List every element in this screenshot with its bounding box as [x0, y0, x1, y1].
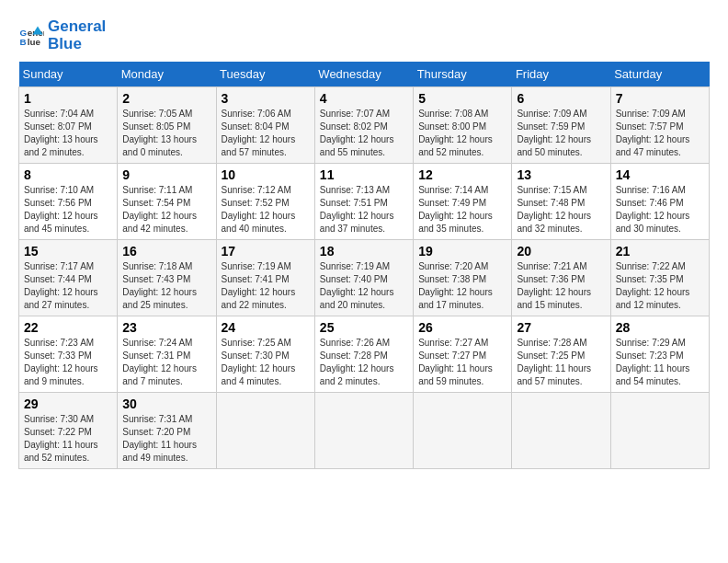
- calendar-day-29: 29 Sunrise: 7:30 AMSunset: 7:22 PMDaylig…: [19, 393, 118, 469]
- col-header-thursday: Thursday: [414, 62, 512, 87]
- calendar-day-10: 10 Sunrise: 7:12 AMSunset: 7:52 PMDaylig…: [216, 164, 314, 240]
- day-number: 14: [616, 167, 704, 182]
- day-number: 5: [418, 91, 506, 106]
- day-number: 7: [616, 91, 704, 106]
- logo-general: General: [48, 17, 106, 35]
- calendar-day-13: 13 Sunrise: 7:15 AMSunset: 7:48 PMDaylig…: [512, 164, 610, 240]
- calendar-day-17: 17 Sunrise: 7:19 AMSunset: 7:41 PMDaylig…: [216, 240, 314, 316]
- day-info: Sunrise: 7:09 AMSunset: 7:59 PMDaylight:…: [517, 109, 591, 157]
- calendar-day-19: 19 Sunrise: 7:20 AMSunset: 7:38 PMDaylig…: [414, 240, 512, 316]
- day-info: Sunrise: 7:27 AMSunset: 7:27 PMDaylight:…: [418, 338, 493, 386]
- day-info: Sunrise: 7:16 AMSunset: 7:46 PMDaylight:…: [616, 185, 690, 234]
- calendar-day-14: 14 Sunrise: 7:16 AMSunset: 7:46 PMDaylig…: [610, 164, 709, 240]
- day-number: 21: [616, 244, 704, 259]
- svg-text:B: B: [19, 36, 26, 46]
- day-info: Sunrise: 7:20 AMSunset: 7:38 PMDaylight:…: [418, 261, 493, 310]
- calendar-day-27: 27 Sunrise: 7:28 AMSunset: 7:25 PMDaylig…: [512, 316, 610, 393]
- col-header-friday: Friday: [512, 62, 610, 87]
- logo-icon: G eneral B lue: [18, 23, 44, 49]
- day-info: Sunrise: 7:19 AMSunset: 7:41 PMDaylight:…: [222, 261, 296, 310]
- calendar-day-3: 3 Sunrise: 7:06 AMSunset: 8:04 PMDayligh…: [216, 87, 314, 164]
- day-number: 10: [222, 167, 310, 182]
- day-info: Sunrise: 7:31 AMSunset: 7:20 PMDaylight:…: [122, 414, 197, 463]
- day-number: 15: [24, 244, 112, 259]
- day-info: Sunrise: 7:25 AMSunset: 7:30 PMDaylight:…: [222, 338, 296, 386]
- calendar-day-28: 28 Sunrise: 7:29 AMSunset: 7:23 PMDaylig…: [610, 316, 709, 393]
- day-info: Sunrise: 7:21 AMSunset: 7:36 PMDaylight:…: [517, 261, 591, 310]
- day-number: 13: [517, 167, 605, 182]
- day-info: Sunrise: 7:29 AMSunset: 7:23 PMDaylight:…: [616, 338, 690, 386]
- col-header-saturday: Saturday: [610, 62, 709, 87]
- day-number: 12: [418, 167, 506, 182]
- calendar-day-9: 9 Sunrise: 7:11 AMSunset: 7:54 PMDayligh…: [118, 164, 216, 240]
- day-number: 17: [222, 244, 310, 259]
- empty-cell: [610, 393, 709, 469]
- day-number: 30: [122, 396, 210, 411]
- day-info: Sunrise: 7:13 AMSunset: 7:51 PMDaylight:…: [320, 185, 394, 234]
- day-info: Sunrise: 7:11 AMSunset: 7:54 PMDaylight:…: [122, 185, 197, 234]
- calendar-day-4: 4 Sunrise: 7:07 AMSunset: 8:02 PMDayligh…: [314, 87, 413, 164]
- calendar-day-1: 1 Sunrise: 7:04 AMSunset: 8:07 PMDayligh…: [19, 87, 118, 164]
- logo: G eneral B lue General Blue: [18, 18, 106, 52]
- calendar-table: SundayMondayTuesdayWednesdayThursdayFrid…: [18, 62, 710, 469]
- calendar-day-8: 8 Sunrise: 7:10 AMSunset: 7:56 PMDayligh…: [19, 164, 118, 240]
- day-info: Sunrise: 7:19 AMSunset: 7:40 PMDaylight:…: [320, 261, 394, 310]
- calendar-day-5: 5 Sunrise: 7:08 AMSunset: 8:00 PMDayligh…: [414, 87, 512, 164]
- calendar-day-21: 21 Sunrise: 7:22 AMSunset: 7:35 PMDaylig…: [610, 240, 709, 316]
- day-number: 24: [222, 320, 310, 335]
- day-number: 9: [122, 167, 210, 182]
- calendar-day-24: 24 Sunrise: 7:25 AMSunset: 7:30 PMDaylig…: [216, 316, 314, 393]
- day-info: Sunrise: 7:09 AMSunset: 7:57 PMDaylight:…: [616, 109, 690, 157]
- empty-cell: [216, 393, 314, 469]
- calendar-day-20: 20 Sunrise: 7:21 AMSunset: 7:36 PMDaylig…: [512, 240, 610, 316]
- day-info: Sunrise: 7:14 AMSunset: 7:49 PMDaylight:…: [418, 185, 493, 234]
- day-info: Sunrise: 7:06 AMSunset: 8:04 PMDaylight:…: [222, 109, 296, 157]
- col-header-wednesday: Wednesday: [314, 62, 413, 87]
- day-info: Sunrise: 7:15 AMSunset: 7:48 PMDaylight:…: [517, 185, 591, 234]
- day-number: 22: [24, 320, 112, 335]
- calendar-day-22: 22 Sunrise: 7:23 AMSunset: 7:33 PMDaylig…: [19, 316, 118, 393]
- day-info: Sunrise: 7:30 AMSunset: 7:22 PMDaylight:…: [24, 414, 98, 463]
- day-info: Sunrise: 7:05 AMSunset: 8:05 PMDaylight:…: [122, 109, 197, 157]
- empty-cell: [512, 393, 610, 469]
- day-number: 26: [418, 320, 506, 335]
- day-number: 18: [320, 244, 408, 259]
- calendar-day-25: 25 Sunrise: 7:26 AMSunset: 7:28 PMDaylig…: [314, 316, 413, 393]
- day-number: 16: [122, 244, 210, 259]
- calendar-day-15: 15 Sunrise: 7:17 AMSunset: 7:44 PMDaylig…: [19, 240, 118, 316]
- day-info: Sunrise: 7:28 AMSunset: 7:25 PMDaylight:…: [517, 338, 591, 386]
- day-info: Sunrise: 7:08 AMSunset: 8:00 PMDaylight:…: [418, 109, 493, 157]
- calendar-day-2: 2 Sunrise: 7:05 AMSunset: 8:05 PMDayligh…: [118, 87, 216, 164]
- calendar-day-18: 18 Sunrise: 7:19 AMSunset: 7:40 PMDaylig…: [314, 240, 413, 316]
- day-number: 29: [24, 396, 112, 411]
- day-number: 6: [517, 91, 605, 106]
- day-number: 8: [24, 167, 112, 182]
- day-info: Sunrise: 7:10 AMSunset: 7:56 PMDaylight:…: [24, 185, 98, 234]
- logo-blue: Blue: [48, 36, 106, 53]
- page-header: G eneral B lue General Blue: [18, 18, 710, 52]
- calendar-day-6: 6 Sunrise: 7:09 AMSunset: 7:59 PMDayligh…: [512, 87, 610, 164]
- day-number: 27: [517, 320, 605, 335]
- svg-text:lue: lue: [28, 36, 41, 46]
- calendar-day-7: 7 Sunrise: 7:09 AMSunset: 7:57 PMDayligh…: [610, 87, 709, 164]
- col-header-tuesday: Tuesday: [216, 62, 314, 87]
- day-number: 28: [616, 320, 704, 335]
- calendar-day-11: 11 Sunrise: 7:13 AMSunset: 7:51 PMDaylig…: [314, 164, 413, 240]
- day-number: 23: [122, 320, 210, 335]
- day-info: Sunrise: 7:24 AMSunset: 7:31 PMDaylight:…: [122, 338, 197, 386]
- col-header-sunday: Sunday: [19, 62, 118, 87]
- day-info: Sunrise: 7:17 AMSunset: 7:44 PMDaylight:…: [24, 261, 98, 310]
- day-number: 2: [122, 91, 210, 106]
- day-info: Sunrise: 7:26 AMSunset: 7:28 PMDaylight:…: [320, 338, 394, 386]
- calendar-day-16: 16 Sunrise: 7:18 AMSunset: 7:43 PMDaylig…: [118, 240, 216, 316]
- day-info: Sunrise: 7:23 AMSunset: 7:33 PMDaylight:…: [24, 338, 98, 386]
- day-number: 4: [320, 91, 408, 106]
- calendar-day-12: 12 Sunrise: 7:14 AMSunset: 7:49 PMDaylig…: [414, 164, 512, 240]
- day-info: Sunrise: 7:04 AMSunset: 8:07 PMDaylight:…: [24, 109, 98, 157]
- day-info: Sunrise: 7:12 AMSunset: 7:52 PMDaylight:…: [222, 185, 296, 234]
- empty-cell: [314, 393, 413, 469]
- day-number: 1: [24, 91, 112, 106]
- day-number: 3: [222, 91, 310, 106]
- calendar-day-26: 26 Sunrise: 7:27 AMSunset: 7:27 PMDaylig…: [414, 316, 512, 393]
- day-info: Sunrise: 7:22 AMSunset: 7:35 PMDaylight:…: [616, 261, 690, 310]
